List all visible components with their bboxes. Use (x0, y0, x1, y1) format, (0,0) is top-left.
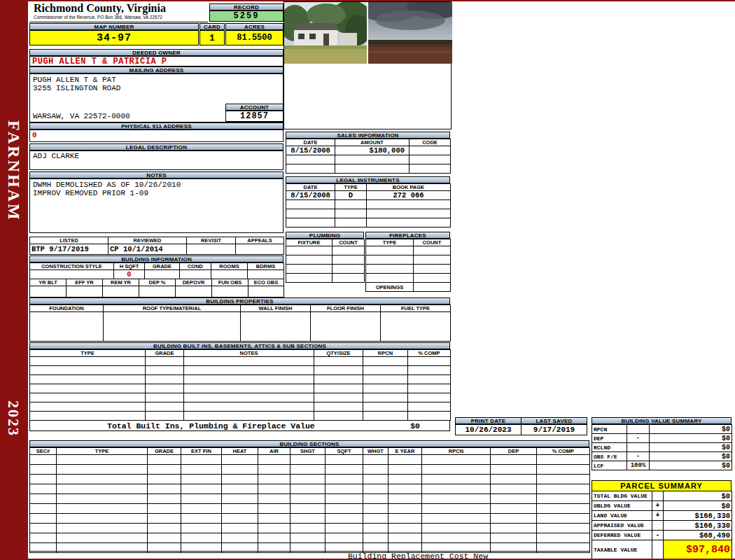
instrument-type[interactable]: D (335, 191, 367, 200)
empty-cell (290, 475, 326, 484)
empty-cell (290, 514, 326, 524)
parcel-label: OBLDG VALUE (592, 501, 652, 511)
empty-cell (363, 475, 388, 484)
empty-cell (222, 533, 258, 543)
empty-cell (408, 375, 451, 384)
empty-cell (332, 274, 365, 283)
district-sidebar: FARNHAM 2023 (0, 0, 28, 560)
empty-cell (537, 484, 590, 494)
fireplaces-empty-row (366, 274, 451, 283)
empty-cell (332, 265, 365, 274)
empty-cell (326, 514, 363, 524)
bi2-col-notes: NOTES (184, 350, 314, 357)
hsqft-value[interactable]: 0 (114, 270, 145, 279)
empty-cell (57, 465, 148, 475)
instrument-date[interactable]: 8/15/2008 (286, 191, 335, 200)
sale-date[interactable]: 8/15/2008 (286, 146, 335, 155)
taxable-value[interactable]: $97,840 (664, 540, 732, 560)
parcel-value[interactable]: $166,330 (664, 521, 732, 531)
building-info-row2 (30, 286, 284, 298)
property-photo-2[interactable] (368, 2, 452, 64)
bi-col-yrblt: YR BLT (30, 279, 66, 286)
physical-address-value[interactable]: 0 (29, 130, 284, 142)
empty-cell (30, 312, 104, 342)
account-value[interactable]: 12857 (225, 111, 284, 122)
empty-cell (388, 494, 422, 504)
parcel-row: APPRAISED VALUE $166,330 (592, 521, 732, 531)
bvs-value[interactable]: $0 (650, 443, 732, 452)
bvs-value[interactable]: $0 (650, 425, 732, 434)
mailing-line-2[interactable]: 3255 ISLINGTON ROAD (30, 84, 283, 92)
parcel-value[interactable]: $68,490 (664, 531, 732, 540)
card-value[interactable]: 1 (200, 30, 225, 46)
empty-cell (363, 455, 388, 465)
empty-cell (222, 475, 258, 484)
built-ins-empty-row (30, 357, 451, 366)
photo-panel (284, 1, 451, 130)
empty-cell (366, 265, 414, 274)
parcel-label: LAND VALUE (592, 511, 652, 521)
openings-count (414, 283, 451, 292)
empty-cell (314, 402, 363, 412)
empty-cell (286, 164, 335, 174)
building-sections-header: BUILDING SECTIONS (29, 440, 589, 447)
bi-col-bdrms: BDRMS (248, 263, 284, 270)
empty-cell (414, 246, 451, 255)
note-line-1[interactable]: DWMH DEMOLISHED AS OF 10/26/2010 (30, 179, 283, 189)
bvs-value[interactable]: $0 (650, 434, 732, 443)
empty-cell (286, 218, 335, 227)
record-value[interactable]: 5259 (209, 10, 284, 22)
bvs-label: RPCN (592, 425, 627, 434)
instrument-empty-row (286, 218, 451, 227)
empty-cell (103, 286, 139, 298)
empty-cell (408, 402, 451, 412)
bs-col-dep: DEP (491, 448, 537, 455)
empty-cell (30, 475, 57, 484)
empty-cell (290, 504, 326, 514)
openings-row: OPENINGS (366, 283, 451, 292)
bs-col-sec: SEC# (30, 448, 57, 455)
empty-cell (146, 402, 184, 412)
notes-label: NOTES (29, 172, 284, 178)
parcel-value[interactable]: $166,330 (664, 511, 732, 521)
bvs-op (627, 443, 650, 452)
empty-cell (314, 357, 363, 366)
empty-cell (363, 514, 388, 524)
parcel-value[interactable]: $0 (664, 491, 732, 501)
building-sections-empty-row (30, 524, 590, 533)
empty-cell (222, 504, 258, 514)
empty-cell (146, 393, 184, 402)
map-number-value[interactable]: 34-97 (29, 30, 199, 46)
empty-cell (422, 524, 491, 533)
bi-col-funobs: FUN OBS (212, 279, 248, 286)
empty-cell (388, 504, 422, 514)
empty-cell (537, 475, 590, 484)
plumbing-section: PLUMBING FIXTURE COUNT (286, 232, 364, 283)
empty-cell (176, 286, 212, 298)
bi-col-cond: COND (180, 263, 211, 270)
print-date-label: PRINT DATE (455, 417, 522, 424)
empty-cell (408, 366, 451, 375)
empty-cell (148, 514, 181, 524)
acres-value[interactable]: 81.5500 (225, 30, 284, 46)
empty-cell (184, 393, 314, 402)
bvs-value[interactable]: $0 (650, 461, 732, 470)
property-photo-1[interactable] (284, 2, 367, 64)
record-section: RECORD 5259 (209, 4, 284, 22)
built-ins-empty-row (30, 412, 451, 421)
reviewed-value[interactable]: CP 10/1/2014 (108, 244, 187, 255)
note-line-2[interactable]: IMPROV REMOVED PRIOR 1-09 (30, 189, 283, 197)
parcel-value[interactable]: $0 (664, 501, 732, 511)
empty-cell (491, 504, 537, 514)
mailing-line-1[interactable]: PUGH ALLEN T & PAT (30, 74, 283, 84)
empty-cell (408, 357, 451, 366)
empty-cell (363, 524, 388, 533)
bs-col-grade: GRADE (148, 448, 181, 455)
sale-amount[interactable]: $180,000 (335, 146, 410, 155)
legal-description-value[interactable]: ADJ CLARKE (29, 150, 284, 170)
bvs-value[interactable]: $0 (650, 452, 732, 461)
listed-value[interactable]: BTP 9/17/2019 (30, 244, 108, 255)
instrument-bookpage[interactable]: 272 066 (367, 191, 451, 200)
deeded-owner-value[interactable]: PUGH ALLEN T & PATRICIA P (29, 56, 284, 66)
appeals-value (236, 244, 284, 255)
